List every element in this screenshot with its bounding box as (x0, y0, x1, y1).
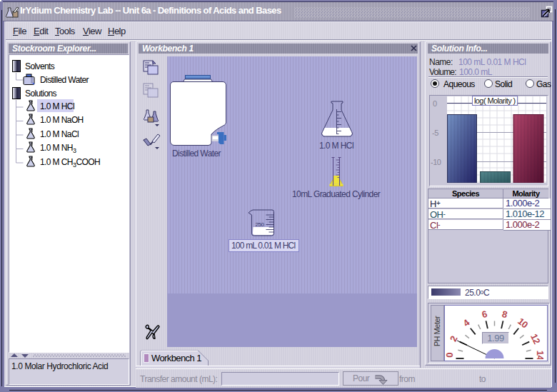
svg-text:8: 8 (501, 308, 508, 320)
svg-text:250: 250 (256, 221, 265, 228)
svg-text:14: 14 (535, 351, 546, 359)
svg-text:0: 0 (445, 353, 455, 358)
svg-text:12: 12 (528, 332, 542, 346)
svg-text:4: 4 (461, 317, 473, 329)
svg-text:10: 10 (516, 316, 530, 330)
svg-text:6: 6 (481, 308, 488, 320)
svg-text:2: 2 (448, 334, 460, 343)
